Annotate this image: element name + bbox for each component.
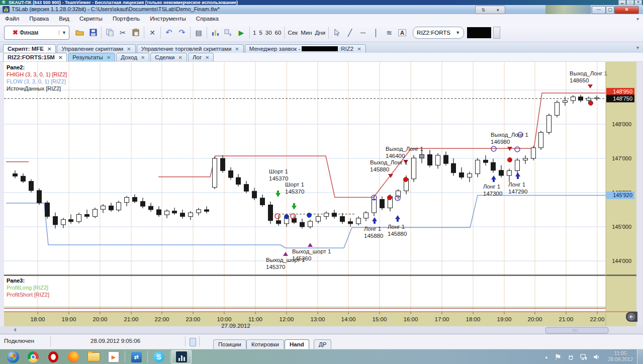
svg-text:19:00: 19:00 [62, 316, 76, 322]
show-desktop-button[interactable] [637, 349, 643, 364]
svg-text:145360: 145360 [292, 255, 311, 261]
svg-text:23:00: 23:00 [186, 316, 201, 322]
svg-text:Лонг 1: Лонг 1 [388, 224, 405, 230]
svg-text:21:00: 21:00 [124, 316, 139, 322]
svg-text:22:00: 22:00 [155, 316, 169, 322]
taskbar-icon-firefox[interactable] [63, 349, 83, 364]
svg-text:Выход_Лонг 1: Выход_Лонг 1 [386, 146, 423, 152]
legend-entry: FLOW (3, 3, 0, 1) [RIZ2] [7, 78, 67, 85]
windows-taskbar: ▶⇄S ▲ ⚑ 11:05 28.09.2012 [0, 349, 643, 364]
status-panel-icon[interactable] [190, 338, 196, 346]
power-plug-icon[interactable] [568, 354, 574, 360]
svg-text:14:00: 14:00 [341, 316, 356, 322]
svg-text:17:00: 17:00 [435, 316, 449, 322]
svg-text:145370: 145370 [285, 189, 304, 195]
svg-text:19:00: 19:00 [497, 316, 512, 322]
legend-entry: FHIGH (3, 3, 0, 1) [RIZ2] [7, 71, 67, 78]
taskbar-icon-tslab[interactable] [171, 350, 192, 364]
svg-text:16:00: 16:00 [404, 316, 418, 322]
svg-text:145'920: 145'920 [613, 192, 632, 198]
svg-text:13:00: 13:00 [311, 316, 325, 322]
svg-text:15:00: 15:00 [373, 316, 387, 322]
svg-text:144'000: 144'000 [612, 258, 631, 264]
svg-text:145880: 145880 [364, 233, 383, 239]
status-tab-ДР[interactable]: ДР [314, 339, 331, 349]
taskbar-clock[interactable]: 11:05 28.09.2012 [608, 351, 633, 363]
svg-text:11:00: 11:00 [248, 316, 262, 322]
svg-text:145880: 145880 [388, 231, 407, 237]
svg-text:147'000: 147'000 [612, 155, 631, 161]
svg-text:10:00: 10:00 [217, 316, 232, 322]
legend-entry: Pane3: [7, 277, 49, 284]
svg-text:20:00: 20:00 [93, 316, 108, 322]
svg-text:Выход_Лонг 1: Выход_Лонг 1 [570, 70, 607, 76]
status-tab-Позиции[interactable]: Позиции [213, 339, 246, 349]
taskbar-icon-explorer[interactable] [83, 349, 104, 364]
svg-text:27.09.2012: 27.09.2012 [221, 323, 250, 329]
legend-entry: ProfitShort [RIZ2] [7, 291, 49, 298]
clock-time: 11:05 [608, 351, 633, 357]
pane2-legend: Pane2:FHIGH (3, 3, 0, 1) [RIZ2]FLOW (3, … [7, 64, 67, 92]
svg-text:22:00: 22:00 [590, 316, 605, 322]
svg-text:Лонг 1: Лонг 1 [364, 226, 381, 232]
price-chart[interactable]: Шорт 1145370Шорт 1145370Выход_шорт 11453… [0, 0, 643, 364]
pane3-legend: Pane3:ProfitLong [RIZ2]ProfitShort [RIZ2… [7, 277, 49, 298]
svg-text:Выход_Лонг 1: Выход_Лонг 1 [491, 132, 528, 138]
svg-text:145370: 145370 [266, 264, 285, 270]
svg-text:148'750: 148'750 [613, 96, 632, 102]
volume-icon[interactable] [593, 354, 600, 360]
svg-text:147290: 147290 [508, 189, 527, 195]
server-timestamp: 28.09.2012 9:05:06 [90, 338, 140, 344]
svg-text:145370: 145370 [269, 175, 288, 181]
svg-text:18:00: 18:00 [466, 316, 481, 322]
connection-status: Подключен [4, 338, 34, 344]
svg-text:148'950: 148'950 [613, 88, 632, 95]
svg-text:146980: 146980 [491, 139, 510, 145]
svg-text:12:00: 12:00 [280, 316, 294, 322]
svg-text:Шорт 1: Шорт 1 [285, 181, 304, 188]
action-center-flag-icon[interactable]: ⚑ [555, 352, 562, 362]
svg-text:Выход_шорт 1: Выход_шорт 1 [292, 248, 331, 254]
taskbar-icon-skype[interactable]: S [149, 349, 169, 364]
svg-text:145880: 145880 [370, 166, 389, 172]
clock-date: 28.09.2012 [608, 357, 633, 363]
svg-text:145'000: 145'000 [612, 224, 631, 230]
system-tray: ▲ ⚑ 11:05 28.09.2012 [541, 349, 643, 364]
svg-text:148650: 148650 [570, 77, 589, 83]
network-icon[interactable] [580, 354, 587, 360]
svg-text:146400: 146400 [386, 153, 405, 159]
svg-text:148'000: 148'000 [612, 121, 631, 127]
svg-text:Лонг 1: Лонг 1 [483, 184, 500, 190]
taskbar-icon-start[interactable] [3, 349, 23, 364]
taskbar-icon-teamviewer[interactable]: ⇄ [126, 349, 146, 364]
taskbar-icon-media-player[interactable]: ▶ [104, 349, 124, 364]
svg-text:18:00: 18:00 [31, 316, 45, 322]
legend-entry: ProfitLong [RIZ2] [7, 284, 49, 291]
tray-expand-icon[interactable]: ▲ [544, 355, 548, 359]
taskbar-icon-opera[interactable] [43, 349, 63, 364]
svg-text:Шорт 1: Шорт 1 [269, 168, 288, 174]
status-bar: Подключен 28.09.2012 9:05:06 ПозицииКоти… [0, 334, 643, 349]
legend-entry: Pane2: [7, 64, 67, 71]
status-tab-Котировки[interactable]: Котировки [246, 339, 284, 349]
svg-text:20:00: 20:00 [528, 316, 542, 322]
svg-text:Лонг 1: Лонг 1 [508, 181, 525, 188]
svg-text:Выход_Лонг 1: Выход_Лонг 1 [370, 159, 408, 165]
remote-desktop-screen: SKAUT-ПК (843 500 900) - TeamViewer - Бе… [0, 0, 643, 364]
status-tab-Hand[interactable]: Hand [285, 339, 309, 349]
svg-text:21:00: 21:00 [559, 316, 574, 322]
svg-text:147300: 147300 [483, 191, 502, 197]
taskbar-icon-chrome[interactable] [23, 349, 43, 364]
legend-entry: ИсточнДанных [RIZ2] [7, 85, 67, 92]
